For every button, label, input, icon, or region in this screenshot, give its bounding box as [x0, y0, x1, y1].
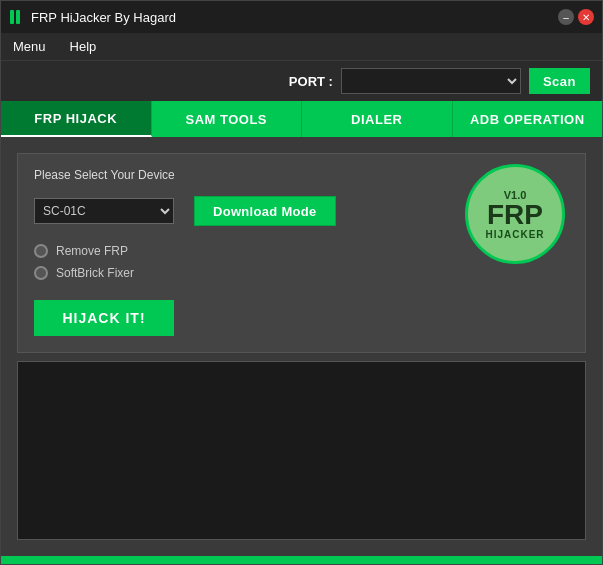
download-mode-button[interactable]: Download Mode: [194, 196, 336, 226]
title-bar-left: FRP HiJacker By Hagard: [9, 9, 176, 25]
svg-rect-1: [16, 10, 20, 24]
scan-button[interactable]: Scan: [529, 68, 590, 94]
radio-label-remove-frp: Remove FRP: [56, 244, 128, 258]
title-controls: – ✕: [558, 9, 594, 25]
menu-bar: Menu Help: [1, 33, 602, 61]
tabs: FRP HIJACK SAM TOOLS DIALER ADB OPERATIO…: [1, 101, 602, 137]
hijack-button[interactable]: HIJACK IT!: [34, 300, 174, 336]
menu-item-help[interactable]: Help: [66, 37, 101, 56]
svg-rect-0: [10, 10, 14, 24]
radio-softbrick-fixer[interactable]: SoftBrick Fixer: [34, 266, 569, 280]
tab-dialer[interactable]: DIALER: [302, 101, 453, 137]
frp-text: FRP: [487, 201, 543, 229]
tab-adb-operation[interactable]: ADB OPERATION: [453, 101, 603, 137]
device-select[interactable]: SC-01C SC-02C SC-03C SC-04C: [34, 198, 174, 224]
radio-label-softbrick: SoftBrick Fixer: [56, 266, 134, 280]
tab-sam-tools[interactable]: SAM TOOLS: [152, 101, 303, 137]
port-select[interactable]: [341, 68, 521, 94]
frp-logo: V1.0 FRP HIJACKER: [465, 164, 565, 264]
main-window: FRP HiJacker By Hagard – ✕ Menu Help POR…: [0, 0, 603, 565]
radio-dot-softbrick: [34, 266, 48, 280]
tab-frp-hijack[interactable]: FRP HIJACK: [1, 101, 152, 137]
status-bar: [1, 556, 602, 564]
menu-item-menu[interactable]: Menu: [9, 37, 50, 56]
main-content: Please Select Your Device SC-01C SC-02C …: [1, 137, 602, 556]
window-title: FRP HiJacker By Hagard: [31, 10, 176, 25]
close-button[interactable]: ✕: [578, 9, 594, 25]
minimize-button[interactable]: –: [558, 9, 574, 25]
port-row: PORT : Scan: [1, 61, 602, 101]
frp-subtitle: HIJACKER: [485, 229, 544, 240]
frp-panel: Please Select Your Device SC-01C SC-02C …: [17, 153, 586, 353]
radio-dot-remove-frp: [34, 244, 48, 258]
title-bar: FRP HiJacker By Hagard – ✕: [1, 1, 602, 33]
app-icon: [9, 9, 25, 25]
console-area: [17, 361, 586, 540]
port-label: PORT :: [289, 74, 333, 89]
